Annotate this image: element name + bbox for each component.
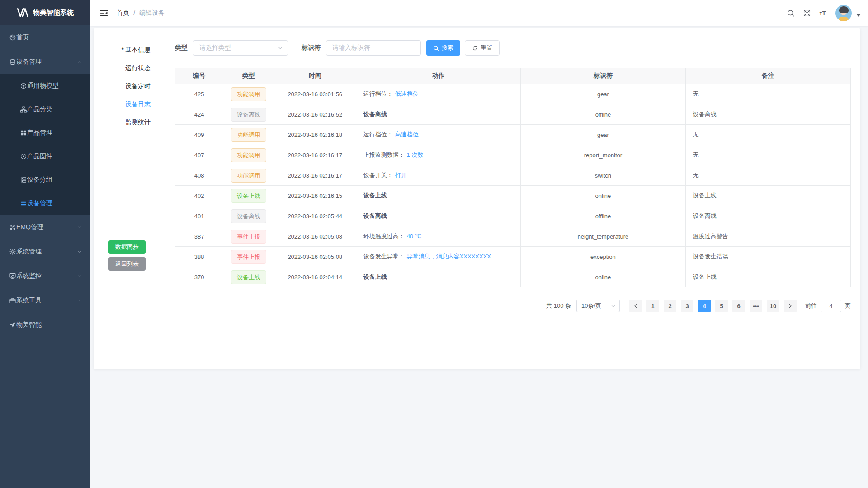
action-link[interactable]: 1 次数: [407, 151, 424, 158]
reset-button[interactable]: 重置: [465, 40, 500, 56]
tab-device-timer[interactable]: 设备定时: [94, 77, 160, 95]
table-row: 409功能调用2022-03-16 02:16:18运行档位：高速档位gear无: [175, 125, 851, 145]
column-header: 时间: [274, 68, 356, 84]
action-link[interactable]: 高速档位: [395, 131, 419, 138]
sidebar-item-system-tools[interactable]: 系统工具: [0, 288, 90, 313]
cell-type: 事件上报: [223, 247, 274, 267]
action-text: 设备上线: [363, 192, 387, 199]
action-link[interactable]: 异常消息，消息内容XXXXXXXX: [407, 253, 491, 260]
action-link[interactable]: 低速档位: [395, 90, 419, 97]
cell-remark: 无: [685, 125, 850, 145]
cell-time: 2022-03-16 02:16:52: [274, 104, 356, 125]
bars-icon: [20, 200, 27, 207]
cell-action: 设备开关：打开: [356, 165, 521, 186]
dashboard-icon: [9, 34, 16, 41]
type-select[interactable]: 请选择类型: [193, 40, 288, 56]
column-header: 备注: [685, 68, 850, 84]
side-actions: 数据同步 返回列表: [94, 240, 160, 271]
action-text: 设备离线: [363, 111, 387, 117]
cell-type: 设备上线: [223, 186, 274, 206]
filter-bar: 类型 请选择类型 标识符 请输入标识符 搜索: [175, 40, 851, 56]
page-button-10[interactable]: 10: [767, 300, 779, 312]
sidebar-subitem-product-category[interactable]: 产品分类: [0, 98, 90, 121]
page-size-select[interactable]: 10条/页: [576, 300, 620, 312]
page-button-3[interactable]: 3: [681, 300, 693, 312]
page-button-2[interactable]: 2: [664, 300, 676, 312]
app-title: 物美智能系统: [33, 9, 74, 17]
action-link[interactable]: 打开: [395, 172, 407, 178]
sidebar-item-home[interactable]: 首页: [0, 25, 90, 50]
sidebar-item-label: 物美智能: [16, 321, 82, 329]
goto-page-input[interactable]: [821, 300, 841, 312]
type-tag: 功能调用: [231, 148, 266, 162]
topbar-tools: TT: [787, 5, 868, 21]
sidebar: 物美智能系统 首页设备管理通用物模型产品分类产品管理产品固件设备分组设备管理EM…: [0, 0, 90, 488]
sidebar-subitem-device-list[interactable]: 设备管理: [0, 192, 90, 215]
cell-time: 2022-03-16 02:16:18: [274, 125, 356, 145]
identifier-input-placeholder: 请输入标识符: [332, 44, 370, 52]
sidebar-submenu-device-mgmt: 通用物模型产品分类产品管理产品固件设备分组设备管理: [0, 74, 90, 215]
sidebar-item-system-monitor[interactable]: 系统监控: [0, 264, 90, 288]
user-avatar[interactable]: [835, 5, 852, 21]
sidebar-subitem-thing-model[interactable]: 通用物模型: [0, 74, 90, 98]
cell-type: 设备离线: [223, 206, 274, 226]
search-button[interactable]: 搜索: [426, 40, 460, 56]
tab-monitor-stats[interactable]: 监测统计: [94, 113, 160, 131]
user-menu-caret-icon[interactable]: [856, 14, 861, 17]
cell-time: 2022-03-16 02:16:15: [274, 186, 356, 206]
sidebar-item-label: 系统管理: [16, 248, 77, 256]
sidebar-subitem-product-mgmt[interactable]: 产品管理: [0, 121, 90, 145]
breadcrumb: 首页 / 编辑设备: [117, 9, 165, 17]
table-row: 387事件上报2022-03-16 02:05:08环境温度过高：40 ℃hei…: [175, 226, 851, 247]
sidebar-menu: 首页设备管理通用物模型产品分类产品管理产品固件设备分组设备管理EMQ管理系统管理…: [0, 25, 90, 337]
data-sync-button[interactable]: 数据同步: [108, 240, 146, 254]
sidebar-item-system-mgmt[interactable]: 系统管理: [0, 239, 90, 264]
sidebar-item-emq-mgmt[interactable]: EMQ管理: [0, 215, 90, 239]
next-page-button[interactable]: [784, 300, 797, 312]
tab-basic-info[interactable]: *基本信息: [94, 41, 160, 59]
prev-page-button[interactable]: [629, 300, 642, 312]
device-edit-card: *基本信息运行状态设备定时设备日志监测统计 数据同步 返回列表 类型 请选择类型…: [94, 28, 860, 369]
font-size-icon[interactable]: TT: [819, 9, 827, 17]
page-button-1[interactable]: 1: [646, 300, 659, 312]
cell-identifier: gear: [521, 84, 686, 104]
cell-time: 2022-03-16 02:05:08: [274, 226, 356, 247]
layers-icon: [9, 58, 16, 66]
sidebar-item-label: 设备管理: [16, 58, 77, 66]
fullscreen-icon[interactable]: [803, 9, 811, 17]
sidebar-item-device-mgmt[interactable]: 设备管理: [0, 50, 90, 74]
device-log-table: 编号类型时间动作标识符备注425功能调用2022-03-16 03:01:56运…: [175, 68, 851, 287]
page-ellipsis-button[interactable]: •••: [750, 300, 762, 312]
sidebar-item-label: 系统监控: [16, 272, 77, 280]
cell-type: 功能调用: [223, 84, 274, 104]
back-to-list-button[interactable]: 返回列表: [108, 257, 146, 271]
action-link[interactable]: 40 ℃: [407, 233, 422, 239]
sitemap-icon: [20, 106, 27, 113]
sidebar-subitem-product-firmware[interactable]: 产品固件: [0, 145, 90, 168]
toolbox-icon: [9, 297, 16, 304]
cell-action: 运行档位：低速档位: [356, 84, 521, 104]
tab-run-status[interactable]: 运行状态: [94, 59, 160, 77]
action-prefix: 设备开关：: [363, 172, 393, 178]
type-tag: 设备上线: [231, 270, 266, 284]
cell-action: 设备上线: [356, 267, 521, 287]
sidebar-item-label: 系统工具: [16, 296, 77, 305]
cell-action: 设备离线: [356, 206, 521, 226]
column-header: 类型: [223, 68, 274, 84]
cell-time: 2022-03-16 02:16:17: [274, 165, 356, 186]
cell-time: 2022-03-16 02:05:08: [274, 247, 356, 267]
tab-device-log[interactable]: 设备日志: [94, 95, 160, 113]
required-mark: *: [122, 46, 124, 53]
sidebar-item-wumei-smart[interactable]: 物美智能: [0, 313, 90, 337]
breadcrumb-home-link[interactable]: 首页: [117, 9, 129, 17]
sidebar-subitem-device-group[interactable]: 设备分组: [0, 168, 90, 192]
tab-label: 运行状态: [125, 64, 151, 71]
cell-no: 388: [175, 247, 223, 267]
page-button-4[interactable]: 4: [698, 300, 711, 312]
page-button-5[interactable]: 5: [715, 300, 728, 312]
search-icon[interactable]: [787, 9, 795, 17]
sidebar-fold-icon[interactable]: [99, 9, 108, 18]
identifier-input[interactable]: 请输入标识符: [326, 40, 421, 56]
table-row: 401设备离线2022-03-16 02:05:44设备离线offline设备离…: [175, 206, 851, 226]
page-button-6[interactable]: 6: [732, 300, 745, 312]
